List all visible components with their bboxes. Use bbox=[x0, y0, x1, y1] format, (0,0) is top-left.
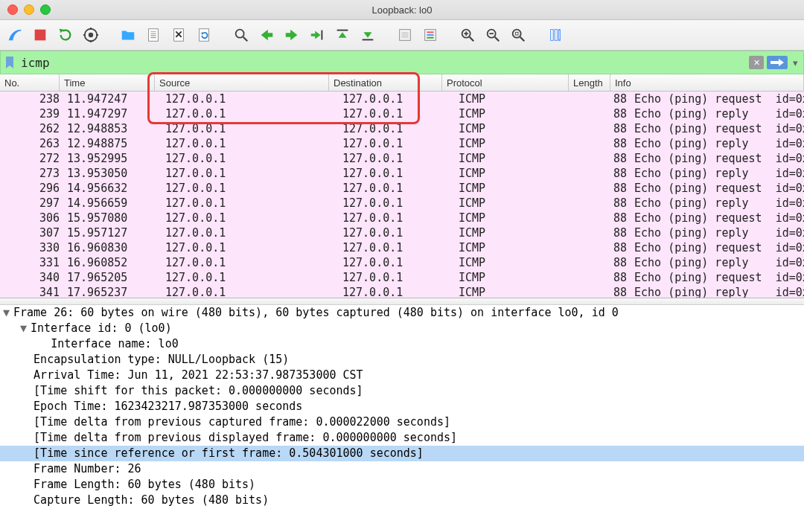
resize-columns-button[interactable] bbox=[545, 25, 566, 45]
epoch-line[interactable]: Epoch Time: 1623423217.987353000 seconds bbox=[0, 399, 804, 414]
reload-file-button[interactable] bbox=[194, 25, 214, 45]
packet-row[interactable]: 23811.947247127.0.0.1127.0.0.1ICMP88Echo… bbox=[0, 92, 804, 106]
col-header-source[interactable]: Source bbox=[155, 74, 329, 91]
col-header-destination[interactable]: Destination bbox=[329, 74, 442, 91]
frame-line[interactable]: ▼Frame 26: 60 bytes on wire (480 bits), … bbox=[0, 305, 804, 321]
packet-row[interactable]: 26312.948875127.0.0.1127.0.0.1ICMP88Echo… bbox=[0, 136, 804, 151]
restart-capture-button[interactable] bbox=[55, 25, 76, 45]
col-header-protocol[interactable]: Protocol bbox=[442, 74, 569, 91]
packet-row[interactable]: 34117.965237127.0.0.1127.0.0.1ICMP88Echo… bbox=[0, 285, 804, 298]
bookmark-icon[interactable] bbox=[4, 56, 15, 69]
packet-row[interactable]: 23911.947297127.0.0.1127.0.0.1ICMP88Echo… bbox=[0, 106, 804, 121]
display-filter-bar: ✕ ▾ bbox=[0, 51, 804, 74]
close-file-button[interactable] bbox=[168, 25, 189, 45]
col-header-no[interactable]: No. bbox=[0, 74, 60, 91]
col-header-time[interactable]: Time bbox=[60, 74, 155, 91]
packet-row[interactable]: 29614.956632127.0.0.1127.0.0.1ICMP88Echo… bbox=[0, 181, 804, 196]
svg-rect-39 bbox=[559, 30, 561, 41]
tdcap-line[interactable]: [Time delta from previous captured frame… bbox=[0, 414, 804, 430]
packet-list-header: No. Time Source Destination Protocol Len… bbox=[0, 74, 804, 92]
window-title: Loopback: lo0 bbox=[0, 4, 804, 16]
svg-point-14 bbox=[236, 30, 244, 38]
stop-capture-button[interactable] bbox=[30, 25, 51, 45]
svg-line-15 bbox=[243, 37, 248, 42]
packet-details[interactable]: ▼Frame 26: 60 bytes on wire (480 bits), … bbox=[0, 298, 804, 532]
iface-id-line[interactable]: ▼Interface id: 0 (lo0) bbox=[0, 321, 804, 336]
colorize-packets-button[interactable] bbox=[420, 25, 441, 45]
col-header-info[interactable]: Info bbox=[610, 74, 804, 91]
frameno-line[interactable]: Frame Number: 26 bbox=[0, 461, 804, 477]
packet-row[interactable]: 30615.957080127.0.0.1127.0.0.1ICMP88Echo… bbox=[0, 211, 804, 225]
zoom-reset-button[interactable] bbox=[508, 25, 529, 45]
save-file-button[interactable] bbox=[143, 25, 164, 45]
go-forward-button[interactable] bbox=[281, 25, 302, 45]
svg-rect-38 bbox=[555, 30, 558, 41]
svg-rect-7 bbox=[149, 29, 159, 42]
svg-point-34 bbox=[513, 30, 521, 38]
go-to-packet-button[interactable] bbox=[307, 25, 328, 45]
packet-row[interactable]: 27213.952995127.0.0.1127.0.0.1ICMP88Echo… bbox=[0, 151, 804, 166]
shark-fin-icon[interactable] bbox=[4, 25, 25, 45]
col-header-length[interactable]: Length bbox=[569, 74, 610, 91]
packet-row[interactable]: 27313.953050127.0.0.1127.0.0.1ICMP88Echo… bbox=[0, 166, 804, 181]
packet-row[interactable]: 33116.960852127.0.0.1127.0.0.1ICMP88Echo… bbox=[0, 255, 804, 270]
find-packet-button[interactable] bbox=[231, 25, 252, 45]
svg-line-35 bbox=[520, 37, 525, 42]
apply-filter-button[interactable] bbox=[767, 56, 788, 69]
go-back-button[interactable] bbox=[256, 25, 277, 45]
display-filter-input[interactable] bbox=[19, 55, 749, 71]
packet-row[interactable]: 33016.960830127.0.0.1127.0.0.1ICMP88Echo… bbox=[0, 240, 804, 255]
open-file-button[interactable] bbox=[118, 25, 138, 45]
svg-line-32 bbox=[495, 37, 500, 42]
packet-row[interactable]: 29714.956659127.0.0.1127.0.0.1ICMP88Echo… bbox=[0, 196, 804, 211]
framelen-line[interactable]: Frame Length: 60 bytes (480 bits) bbox=[0, 477, 804, 493]
svg-rect-0 bbox=[35, 30, 46, 41]
arrival-line[interactable]: Arrival Time: Jun 11, 2021 22:53:37.9873… bbox=[0, 368, 804, 383]
go-to-last-button[interactable] bbox=[357, 25, 378, 45]
svg-rect-37 bbox=[551, 30, 554, 41]
titlebar: Loopback: lo0 bbox=[0, 0, 804, 20]
packet-row[interactable]: 30715.957127127.0.0.1127.0.0.1ICMP88Echo… bbox=[0, 225, 804, 240]
clear-filter-button[interactable]: ✕ bbox=[749, 56, 764, 69]
svg-rect-36 bbox=[515, 32, 518, 35]
iface-name-line[interactable]: Interface name: lo0 bbox=[0, 336, 804, 352]
tsince-line[interactable]: [Time since reference or first frame: 0.… bbox=[0, 446, 804, 461]
packet-row[interactable]: 34017.965205127.0.0.1127.0.0.1ICMP88Echo… bbox=[0, 270, 804, 285]
go-to-first-button[interactable] bbox=[332, 25, 353, 45]
zoom-in-button[interactable] bbox=[457, 25, 478, 45]
packet-list: No. Time Source Destination Protocol Len… bbox=[0, 74, 804, 298]
tddisp-line[interactable]: [Time delta from previous displayed fram… bbox=[0, 430, 804, 446]
toolbar bbox=[0, 20, 804, 51]
tshift-line[interactable]: [Time shift for this packet: 0.000000000… bbox=[0, 383, 804, 399]
svg-line-28 bbox=[470, 37, 474, 42]
caplen-line[interactable]: Capture Length: 60 bytes (480 bits) bbox=[0, 493, 804, 508]
encap-line[interactable]: Encapsulation type: NULL/Loopback (15) bbox=[0, 352, 804, 368]
filter-dropdown-button[interactable]: ▾ bbox=[791, 57, 800, 68]
svg-point-2 bbox=[89, 33, 93, 37]
packet-row[interactable]: 26212.948853127.0.0.1127.0.0.1ICMP88Echo… bbox=[0, 121, 804, 136]
zoom-out-button[interactable] bbox=[482, 25, 503, 45]
capture-options-button[interactable] bbox=[80, 25, 101, 45]
auto-scroll-button[interactable] bbox=[395, 25, 415, 45]
